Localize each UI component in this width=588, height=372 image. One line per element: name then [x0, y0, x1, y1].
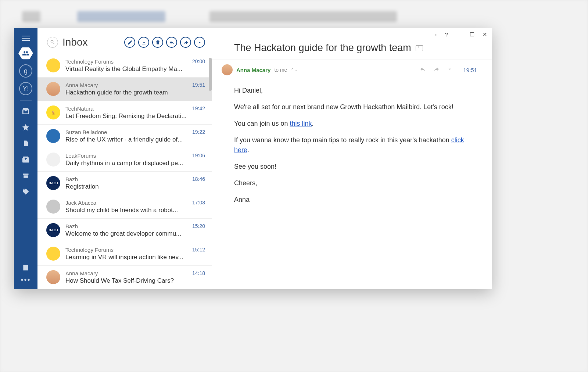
archive-icon — [22, 172, 30, 179]
nav-tags[interactable] — [14, 184, 37, 200]
mail-time: 19:06 — [192, 153, 205, 159]
mail-sender: Suzan Belladone — [65, 129, 107, 135]
contacts-icon — [22, 264, 29, 271]
message-actions — [419, 66, 453, 74]
download-button[interactable] — [138, 37, 149, 48]
compose-button[interactable] — [124, 37, 135, 48]
message-time: 19:51 — [463, 67, 477, 73]
mail-sender: LeakForums — [65, 153, 96, 159]
hamburger-menu-button[interactable] — [14, 32, 37, 44]
mail-time: 20:00 — [192, 58, 205, 65]
mail-item[interactable]: 🦌TechNatura19:42Let Freedom Sing: Remixi… — [37, 101, 212, 125]
sidebar: g Y! ••• — [14, 28, 37, 289]
nav-contacts[interactable] — [14, 260, 37, 276]
mail-item[interactable]: BAZHBazh15:20Welcome to the great develo… — [37, 219, 212, 242]
help-button[interactable]: ? — [445, 31, 448, 38]
mail-list[interactable]: Technology Forums20:00Virtual Reality is… — [37, 54, 212, 289]
body-line: If you wanna know the top main tips to r… — [234, 135, 470, 155]
close-button[interactable]: ✕ — [483, 31, 487, 38]
more-actions-button[interactable] — [194, 37, 205, 48]
body-line: See you soon! — [234, 162, 470, 172]
mail-item[interactable]: Technology Forums20:00Virtual Reality is… — [37, 54, 212, 78]
message-meta: Anna Macary to me ⌃⌄ 19:51 — [212, 60, 492, 82]
mail-subject: Should my child be friends with a robot.… — [65, 207, 205, 214]
mail-sender: TechNatura — [65, 105, 94, 112]
mail-item[interactable]: Technology Forums15:12Learning in VR wil… — [37, 242, 212, 266]
document-icon — [22, 140, 29, 147]
mail-avatar — [46, 153, 60, 167]
mail-item[interactable]: LeakForums19:06Daily rhythms in a camp f… — [37, 148, 212, 172]
folder-title: Inbox — [62, 36, 120, 48]
nav-archive[interactable] — [14, 168, 37, 184]
mail-item[interactable]: BAZHBazh18:46Registration — [37, 172, 212, 195]
msg-forward-button[interactable] — [433, 66, 440, 74]
mail-subject: Let Freedom Sing: Remixing the Declarati… — [65, 112, 205, 120]
sender-avatar — [222, 64, 233, 75]
mail-time: 15:20 — [192, 223, 205, 229]
body-line: Anna — [234, 195, 470, 205]
mail-item[interactable]: Suzan Belladone19:22Rise of the UX write… — [37, 125, 212, 148]
account-yahoo[interactable]: Y! — [19, 82, 32, 95]
mail-time: 14:18 — [192, 270, 205, 276]
mail-time: 17:03 — [192, 200, 205, 206]
maximize-button[interactable]: ☐ — [470, 31, 474, 38]
delete-button[interactable] — [152, 37, 163, 48]
msg-more-button[interactable] — [447, 66, 453, 74]
outbox-icon — [22, 155, 30, 164]
mail-subject: Rise of the UX writer - a friendly guide… — [65, 136, 205, 143]
expand-recipients-button[interactable]: ⌃⌄ — [291, 68, 297, 72]
mail-time: 19:51 — [192, 82, 205, 88]
compose-icon — [127, 40, 133, 45]
reply-button[interactable] — [166, 37, 177, 48]
list-header: Inbox — [37, 28, 212, 54]
reply-icon — [419, 66, 426, 72]
mail-time: 19:22 — [192, 129, 205, 135]
app-window: g Y! ••• Inbox — [14, 28, 492, 289]
body-line: We're all set for our next brand new Gro… — [234, 102, 470, 112]
search-button[interactable] — [47, 37, 58, 48]
nav-sent[interactable] — [14, 151, 37, 168]
nav-inbox[interactable] — [14, 103, 37, 119]
back-button[interactable]: ‹ — [435, 31, 437, 38]
mail-avatar: BAZH — [46, 176, 60, 190]
forward-button[interactable] — [180, 37, 191, 48]
mail-sender: Bazh — [65, 223, 78, 229]
msg-reply-button[interactable] — [419, 66, 426, 74]
star-icon — [22, 123, 30, 131]
mail-item[interactable]: Anna Macary14:18How Should We Tax Self-D… — [37, 266, 212, 289]
mail-subject: How Should We Tax Self-Driving Cars? — [65, 277, 205, 285]
mail-avatar — [46, 200, 60, 214]
account-google[interactable]: g — [19, 64, 32, 78]
reply-icon — [169, 40, 175, 45]
mail-item[interactable]: Anna Macary19:51Hackathon guide for the … — [37, 78, 212, 101]
mail-time: 19:42 — [192, 105, 205, 112]
forward-icon — [433, 66, 440, 72]
body-line: You can join us on this link. — [234, 119, 470, 129]
sender-name: Anna Macary — [236, 67, 270, 73]
mail-avatar: 🦌 — [46, 105, 60, 119]
forward-icon — [183, 40, 189, 45]
nav-starred[interactable] — [14, 119, 37, 135]
mail-sender: Anna Macary — [65, 82, 98, 88]
tags-icon — [22, 188, 30, 196]
mail-avatar — [46, 58, 60, 72]
mail-time: 18:46 — [192, 176, 205, 182]
mail-time: 15:12 — [192, 247, 205, 253]
mail-sender: Anna Macary — [65, 270, 98, 276]
message-body: Hi Daniel, We're all set for our next br… — [212, 82, 492, 222]
mail-item[interactable]: Jack Abacca17:03Should my child be frien… — [37, 195, 212, 219]
account-all[interactable] — [18, 47, 33, 60]
inbox-icon — [22, 107, 30, 115]
people-icon — [22, 50, 29, 57]
nav-drafts[interactable] — [14, 135, 37, 151]
yahoo-icon: Y! — [22, 85, 29, 93]
body-link-join[interactable]: this link — [290, 120, 312, 127]
open-in-window-button[interactable] — [416, 45, 423, 51]
minimize-button[interactable]: — — [456, 31, 462, 38]
sidebar-divider — [20, 100, 32, 101]
list-scrollbar[interactable] — [209, 58, 212, 91]
nav-more[interactable]: ••• — [21, 276, 31, 284]
search-icon — [50, 40, 55, 45]
mail-subject: Hackathon guide for the growth team — [65, 89, 205, 96]
mail-avatar — [46, 129, 60, 143]
